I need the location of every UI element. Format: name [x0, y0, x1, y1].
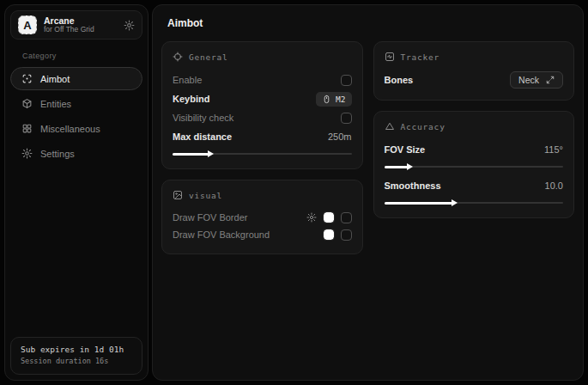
bones-selected-value: Neck	[518, 75, 539, 85]
accuracy-panel: Accuracy FOV Size 115° Smoothness 10.0	[373, 111, 575, 218]
image-icon	[173, 190, 183, 200]
activity-icon	[385, 52, 395, 62]
sidebar-item-label: Entities	[40, 99, 71, 109]
tracker-panel: Tracker Bones Neck	[373, 41, 575, 101]
gear-icon	[21, 148, 33, 159]
draw-fov-background-label: Draw FOV Background	[173, 229, 270, 240]
draw-fov-border-checkbox[interactable]	[341, 212, 352, 223]
sidebar-item-miscellaneous[interactable]: Miscellaneous	[10, 117, 142, 140]
sidebar-item-aimbot[interactable]: Aimbot	[10, 67, 142, 90]
fov-size-label: FOV Size	[385, 144, 426, 155]
session-duration-text: Session duration 16s	[21, 356, 132, 367]
fov-size-value: 115°	[544, 144, 563, 155]
sub-expires-text: Sub expires in 1d 01h	[21, 344, 132, 356]
sidebar-item-label: Aimbot	[40, 74, 70, 84]
sidebar-item-label: Miscellaneous	[40, 124, 100, 134]
panel-title: visual	[189, 191, 222, 200]
fov-background-color-swatch[interactable]	[324, 229, 334, 240]
triangle-icon	[385, 121, 395, 131]
bones-select-button[interactable]: Neck	[510, 71, 563, 89]
fov-size-slider[interactable]	[385, 162, 564, 171]
sidebar-item-settings[interactable]: Settings	[10, 142, 142, 165]
panel-title: Accuracy	[401, 122, 446, 131]
panel-title: General	[189, 52, 228, 62]
enable-label: Enable	[173, 75, 202, 85]
subscription-info: Sub expires in 1d 01h Session duration 1…	[10, 337, 142, 375]
keybind-value: M2	[336, 95, 345, 104]
expand-icon	[546, 76, 555, 84]
crosshair-icon	[173, 52, 183, 62]
main-panel: Aimbot General Enable	[152, 4, 584, 381]
crosshair-scan-icon	[21, 73, 33, 84]
visibility-check-label: Visibility check	[173, 113, 233, 123]
sidebar-item-entities[interactable]: Entities	[10, 92, 142, 115]
gear-icon[interactable]	[306, 212, 317, 223]
fov-size-slider-fill	[385, 166, 408, 168]
keybind-label: Keybind	[173, 94, 209, 104]
visibility-check-checkbox[interactable]	[341, 113, 352, 124]
entities-icon	[21, 98, 33, 109]
enable-checkbox[interactable]	[341, 75, 352, 86]
smoothness-slider-fill	[385, 202, 452, 205]
general-panel: General Enable Keybind	[161, 41, 363, 169]
max-distance-slider[interactable]	[173, 150, 352, 158]
smoothness-slider[interactable]	[385, 199, 564, 207]
max-distance-label: Max distance	[173, 131, 232, 142]
gear-icon[interactable]	[124, 20, 135, 31]
grid-icon	[21, 123, 33, 134]
app-subtitle: for Off The Grid	[44, 26, 117, 34]
brand-card: A Arcane for Off The Grid	[10, 10, 142, 40]
brand-text: Arcane for Off The Grid	[44, 15, 117, 34]
mouse-icon	[322, 95, 331, 104]
category-label: Category	[22, 52, 142, 60]
visual-panel: visual Draw FOV Border	[161, 180, 363, 254]
draw-fov-background-checkbox[interactable]	[341, 229, 352, 241]
app-logo: A	[18, 15, 37, 34]
smoothness-label: Smoothness	[385, 180, 441, 191]
fov-border-color-swatch[interactable]	[324, 212, 334, 223]
panel-title: Tracker	[401, 52, 440, 62]
draw-fov-border-label: Draw FOV Border	[173, 212, 247, 223]
page-title: Aimbot	[167, 17, 575, 29]
max-distance-slider-fill	[173, 153, 209, 156]
keybind-button[interactable]: M2	[316, 92, 351, 107]
bones-label: Bones	[385, 75, 414, 85]
sidebar-item-label: Settings	[40, 149, 75, 159]
sidebar: A Arcane for Off The Grid Category Aimbo…	[4, 4, 149, 381]
smoothness-value: 10.0	[545, 180, 563, 191]
max-distance-value: 250m	[328, 131, 352, 142]
sidebar-nav: Aimbot Entities Miscellaneous	[10, 67, 142, 165]
